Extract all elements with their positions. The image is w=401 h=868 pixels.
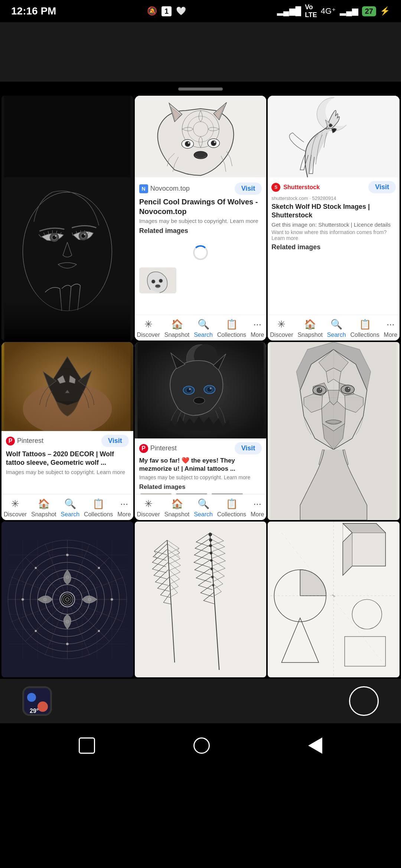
card-toolbar-2: ✳ Discover 🏠 Snapshot 🔍 Search 📋 Collect… bbox=[268, 315, 400, 341]
grid-cell-wolf-card-1[interactable]: N Novocom.top Visit Pencil Cool Drawings… bbox=[135, 96, 267, 341]
recent-apps-button[interactable] bbox=[79, 737, 95, 754]
grid-cell-geo-face[interactable] bbox=[268, 342, 400, 520]
signal-bars-2: ▂▄▆ bbox=[340, 6, 358, 16]
svg-point-19 bbox=[213, 141, 215, 143]
card-copyright-2: Want to know where this information come… bbox=[271, 229, 396, 241]
svg-point-126 bbox=[211, 568, 212, 570]
loading-spinner-1 bbox=[193, 245, 208, 260]
visit-button-2[interactable]: Visit bbox=[368, 181, 396, 193]
visit-button-1[interactable]: Visit bbox=[235, 183, 262, 195]
grid-cell-face-sketch[interactable] bbox=[1, 96, 133, 341]
toolbar-search-4[interactable]: 🔍 Search bbox=[194, 498, 213, 518]
svg-point-22 bbox=[151, 280, 155, 283]
card-title-3: Wolf Tattoos – 2020 DECOR | Wolf tattoo … bbox=[6, 450, 129, 467]
svg-point-125 bbox=[210, 560, 212, 562]
pinterest-icon-4: P bbox=[139, 444, 148, 453]
mandala-svg bbox=[1, 522, 133, 677]
grid-cell-wolf-tattoo-card[interactable]: P Pinterest Visit Wolf Tattoos – 2020 DE… bbox=[1, 342, 133, 520]
svg-point-99 bbox=[35, 630, 37, 632]
status-icons: 🔕 1 🤍 bbox=[147, 6, 186, 16]
weather-app-icon[interactable]: 29° bbox=[22, 686, 52, 716]
wolf-sleeve-svg bbox=[135, 342, 267, 438]
toolbar-search-3[interactable]: 🔍 Search bbox=[61, 498, 80, 518]
geo-shapes-svg bbox=[268, 522, 400, 677]
svg-point-44 bbox=[189, 388, 190, 390]
home-button[interactable] bbox=[193, 737, 210, 754]
svg-point-24 bbox=[155, 285, 160, 287]
toolbar-more-1[interactable]: ··· More bbox=[251, 319, 264, 338]
svg-point-143 bbox=[27, 693, 36, 702]
svg-point-70 bbox=[348, 388, 350, 389]
svg-point-100 bbox=[98, 630, 100, 632]
toolbar-more-3[interactable]: ··· More bbox=[117, 498, 131, 518]
card-subtitle-2: Get this image on: Shutterstock | Licenc… bbox=[271, 221, 396, 228]
lte-icon: VoLTE bbox=[305, 3, 317, 19]
svg-point-98 bbox=[98, 567, 100, 569]
card-title-2: Sketch Wolf HD Stock Images | Shuttersto… bbox=[271, 203, 396, 220]
toolbar-discover-2[interactable]: ✳ Discover bbox=[270, 319, 293, 338]
grid-cell-feathers[interactable] bbox=[135, 522, 267, 677]
scroll-pill bbox=[178, 88, 223, 91]
status-bar: 12:16 PM 🔕 1 🤍 ▂▄▆█ VoLTE 4G⁺ ▂▄▆ 27 ⚡ bbox=[0, 0, 401, 22]
charging-icon: ⚡ bbox=[380, 6, 390, 16]
svg-rect-9 bbox=[4, 289, 130, 341]
svg-point-121 bbox=[209, 533, 212, 536]
grid-cell-geo-shapes[interactable] bbox=[268, 522, 400, 677]
toolbar-discover-1[interactable]: ✳ Discover bbox=[137, 319, 160, 338]
card-copyright-1: Images may be subject to copyright. Lear… bbox=[139, 218, 262, 224]
status-right: ▂▄▆█ VoLTE 4G⁺ ▂▄▆ 27 ⚡ bbox=[277, 3, 390, 19]
svg-point-28 bbox=[329, 124, 332, 127]
svg-point-102 bbox=[66, 620, 69, 623]
svg-point-103 bbox=[43, 598, 46, 601]
related-label-1: Related images bbox=[139, 227, 262, 235]
toolbar-collections-1[interactable]: 📋 Collections bbox=[217, 319, 246, 338]
toolbar-more-4[interactable]: ··· More bbox=[251, 498, 264, 518]
grid-cell-wolf-card-2[interactable]: S Shutterstock Visit shutterstock.com · … bbox=[268, 96, 400, 341]
toolbar-collections-4[interactable]: 📋 Collections bbox=[217, 498, 246, 518]
back-button[interactable] bbox=[308, 737, 322, 754]
signal-bars: ▂▄▆█ bbox=[277, 6, 301, 16]
toolbar-snapshot-3[interactable]: 🏠 Snapshot bbox=[31, 498, 56, 518]
grid-cell-mandala[interactable] bbox=[1, 522, 133, 677]
toolbar-snapshot-2[interactable]: 🏠 Snapshot bbox=[297, 319, 323, 338]
toolbar-search-1[interactable]: 🔍 Search bbox=[194, 319, 213, 338]
visit-button-3[interactable]: Visit bbox=[101, 435, 129, 447]
wolf-pencil-svg bbox=[135, 96, 267, 177]
toolbar-snapshot-4[interactable]: 🏠 Snapshot bbox=[164, 498, 190, 518]
pinterest-icon-3: P bbox=[6, 437, 15, 445]
image-grid: N Novocom.top Visit Pencil Cool Drawings… bbox=[0, 94, 401, 679]
svg-point-97 bbox=[35, 567, 37, 569]
card-toolbar-1: ✳ Discover 🏠 Snapshot 🔍 Search 📋 Collect… bbox=[135, 315, 267, 341]
svg-point-101 bbox=[66, 576, 69, 579]
visit-button-4[interactable]: Visit bbox=[235, 442, 262, 454]
shutterstock-icon: S bbox=[271, 183, 280, 192]
svg-point-144 bbox=[38, 701, 48, 712]
svg-point-119 bbox=[65, 598, 69, 601]
source-text-1: Novocom.top bbox=[150, 185, 190, 193]
svg-rect-130 bbox=[352, 533, 386, 566]
toolbar-collections-3[interactable]: 📋 Collections bbox=[84, 498, 113, 518]
card-toolbar-4: ✳ Discover 🏠 Snapshot 🔍 Search 📋 Collect… bbox=[135, 494, 267, 520]
card-toolbar-3: ✳ Discover 🏠 Snapshot 🔍 Search 📋 Collect… bbox=[1, 494, 133, 520]
svg-point-18 bbox=[188, 142, 189, 144]
toolbar-collections-2[interactable]: 📋 Collections bbox=[350, 319, 379, 338]
svg-point-8 bbox=[84, 234, 85, 235]
grid-cell-wolf-sleeve-card[interactable]: P Pinterest Visit My fav so far! ❤️ the … bbox=[135, 342, 267, 520]
wolf-howling-svg bbox=[268, 96, 400, 177]
toolbar-more-2[interactable]: ··· More bbox=[384, 319, 397, 338]
toolbar-search-2[interactable]: 🔍 Search bbox=[327, 319, 346, 338]
toolbar-discover-4[interactable]: ✳ Discover bbox=[137, 498, 160, 518]
source-text-3: Pinterest bbox=[17, 437, 43, 445]
svg-rect-120 bbox=[137, 522, 264, 677]
svg-text:29°: 29° bbox=[30, 708, 39, 714]
svg-point-128 bbox=[212, 585, 214, 586]
toolbar-discover-3[interactable]: ✳ Discover bbox=[4, 498, 27, 518]
novocom-source-icon: N bbox=[139, 184, 148, 193]
notification-icon: 1 bbox=[162, 6, 172, 16]
status-time: 12:16 PM bbox=[11, 5, 56, 17]
card-copyright-4: Images may be subject to copyright. Lear… bbox=[139, 474, 262, 480]
home-circle-button[interactable] bbox=[349, 686, 379, 716]
toolbar-snapshot-1[interactable]: 🏠 Snapshot bbox=[164, 319, 190, 338]
svg-point-122 bbox=[209, 539, 212, 542]
svg-point-23 bbox=[159, 279, 163, 283]
